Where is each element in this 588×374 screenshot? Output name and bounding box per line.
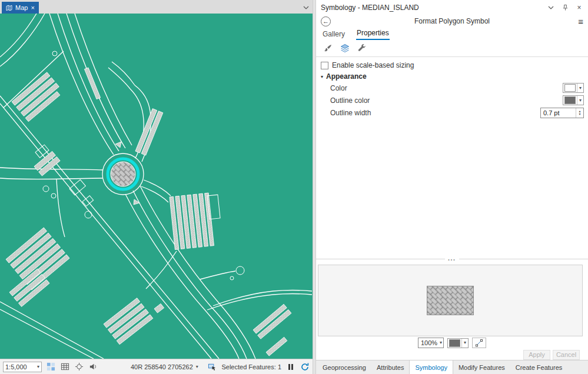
pane-sub-header: ← Format Polygon Symbol ≡ [316, 15, 588, 27]
tab-gallery[interactable]: Gallery [322, 29, 346, 40]
tab-modify-features[interactable]: Modify Features [453, 360, 510, 374]
pause-drawing-icon[interactable] [285, 362, 295, 372]
spinner-arrows[interactable]: ▴ ▾ [576, 108, 583, 118]
map-scale-value: 1:5,000 [5, 363, 27, 370]
action-buttons: Apply Cancel [316, 349, 588, 360]
pane-title: Symbology - MEDIAN_ISLAND [321, 4, 419, 12]
outline-width-value: 0.7 pt [541, 109, 576, 116]
color-row: Color ▾ [316, 82, 588, 94]
apply-button[interactable]: Apply [523, 350, 550, 360]
audio-icon[interactable] [88, 362, 98, 372]
structure-tab-wrench-icon[interactable] [355, 42, 369, 55]
color-picker[interactable]: ▾ [563, 83, 584, 93]
tab-properties[interactable]: Properties [356, 28, 390, 40]
crosshair-icon[interactable] [74, 362, 84, 372]
preview-zoom-combo[interactable]: 100% ▾ [418, 338, 444, 348]
preview-background-picker[interactable]: ▾ [447, 338, 469, 348]
pane-empty-space [316, 119, 588, 256]
selected-features-status[interactable]: Selected Features: 1 [221, 363, 281, 370]
symbology-tabs: Gallery Properties [316, 27, 588, 40]
map-tab-bar: Map × [0, 0, 313, 14]
symbol-preview-area [318, 265, 583, 336]
map-coordinates[interactable]: 40R 258540 2705262 ▾ [131, 363, 198, 370]
pane-title-bar: Symbology - MEDIAN_ISLAND × [316, 0, 588, 15]
spinner-down-icon[interactable]: ▾ [579, 113, 580, 116]
map-roundabout-selected-feature[interactable] [102, 153, 144, 195]
dropdown-arrow-icon: ▾ [577, 96, 583, 105]
pane-bottom-tabs: Geoprocessing Attributes Symbology Modif… [316, 360, 588, 374]
outline-width-row: Outline width 0.7 pt ▴ ▾ [316, 106, 588, 119]
dropdown-arrow-icon: ▾ [37, 365, 39, 369]
pane-chevron-down-icon[interactable] [547, 4, 555, 12]
symbology-pane: Symbology - MEDIAN_ISLAND × ← Format Pol… [316, 0, 588, 374]
close-pane-icon[interactable]: × [575, 4, 583, 12]
selected-features-icon [207, 362, 217, 372]
tab-symbology[interactable]: Symbology [409, 360, 453, 374]
map-tab-label: Map [15, 4, 28, 11]
refresh-icon[interactable] [300, 362, 310, 372]
symbol-preview-swatch [427, 286, 474, 315]
outline-color-picker[interactable]: ▾ [563, 95, 584, 105]
outline-color-label: Outline color [330, 96, 370, 105]
preview-background-swatch [449, 339, 460, 347]
close-map-tab-icon[interactable]: × [31, 5, 34, 11]
tab-attributes[interactable]: Attributes [371, 360, 409, 374]
outline-width-input[interactable]: 0.7 pt ▴ ▾ [540, 108, 584, 118]
chevron-down-icon: ▾ [196, 365, 198, 369]
preview-controls: 100% ▾ ▾ [316, 336, 588, 349]
coordinates-value: 40R 258540 2705262 [131, 363, 193, 370]
appearance-section-label: Appearance [326, 72, 367, 81]
scale-based-sizing-row: Enable scale-based sizing [316, 61, 588, 70]
section-expander-icon: ▾ [321, 74, 323, 79]
outline-color-row: Outline color ▾ [316, 94, 588, 106]
scale-based-sizing-checkbox[interactable] [321, 62, 328, 69]
dropdown-arrow-icon: ▾ [461, 339, 468, 348]
tab-create-features[interactable]: Create Features [510, 360, 567, 374]
splitter-dots-icon: ••• [445, 258, 459, 262]
dropdown-arrow-icon: ▾ [440, 340, 442, 345]
pane-menu-icon[interactable]: ≡ [578, 16, 583, 26]
tab-geoprocessing[interactable]: Geoprocessing [317, 360, 371, 374]
attribute-table-icon[interactable] [60, 362, 70, 372]
outline-width-label: Outline width [330, 109, 371, 117]
back-button[interactable]: ← [321, 16, 331, 26]
map-icon [6, 5, 12, 11]
map-panel: Map × [0, 0, 313, 374]
layers-tab-icon[interactable] [338, 42, 352, 55]
map-status-bar: 1:5,000 ▾ 40R 258540 2705262 ▾ [0, 359, 313, 374]
preview-zoom-value: 100% [421, 339, 437, 346]
preview-edit-symbol-button[interactable] [472, 338, 486, 348]
scale-based-sizing-label: Enable scale-based sizing [332, 61, 414, 69]
map-scale-combo[interactable]: 1:5,000 ▾ [3, 362, 42, 372]
map-view-tab[interactable]: Map × [2, 2, 39, 14]
tab-list-chevron-icon[interactable] [303, 3, 309, 11]
preview-splitter-handle[interactable]: ••• [316, 256, 588, 262]
selected-features-count: 1 [278, 363, 281, 370]
pane-subtitle: Format Polygon Symbol [316, 17, 588, 25]
cancel-button[interactable]: Cancel [553, 350, 580, 360]
arcgis-window: Map × [0, 0, 588, 374]
selected-features-label: Selected Features: [221, 363, 275, 370]
outline-color-swatch [564, 96, 576, 104]
color-swatch [564, 84, 576, 92]
select-tool-icon[interactable] [46, 362, 56, 372]
symbol-edit-icon-tabs [316, 40, 588, 57]
dropdown-arrow-icon: ▾ [577, 84, 583, 92]
appearance-section-header[interactable]: ▾ Appearance [316, 71, 588, 82]
map-view[interactable] [0, 14, 313, 359]
color-label: Color [330, 84, 347, 92]
pin-icon[interactable] [561, 4, 569, 12]
symbol-tab-icon[interactable] [321, 42, 335, 55]
